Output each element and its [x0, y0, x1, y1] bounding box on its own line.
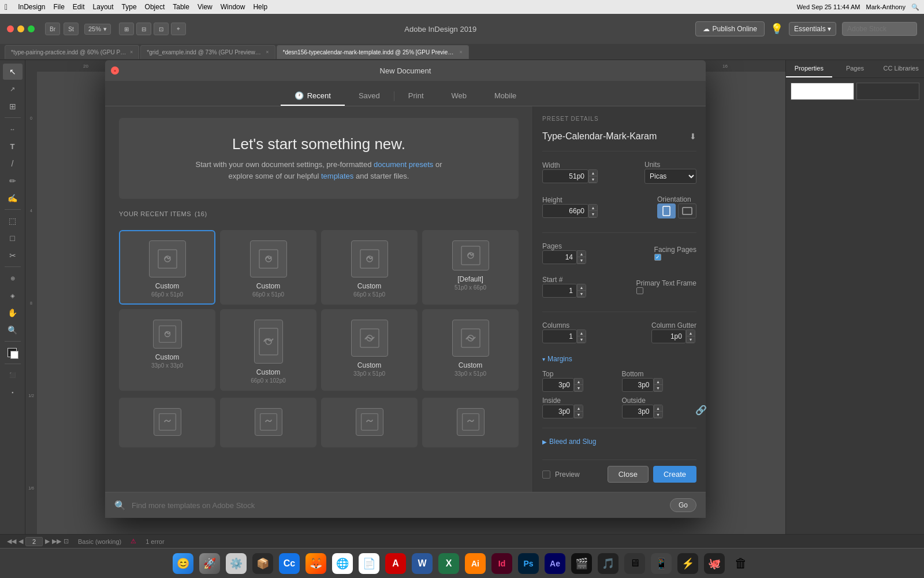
preset-item-8[interactable]: Custom 33p0 x 51p0: [422, 309, 519, 391]
pages-decrement[interactable]: ▼: [578, 257, 586, 264]
height-increment[interactable]: ▲: [589, 205, 597, 211]
width-decrement[interactable]: ▼: [589, 176, 597, 183]
rectangle-frame-tool[interactable]: ⬚: [3, 213, 23, 229]
preset-item-4[interactable]: [Default] 51p0 x 66p0: [422, 230, 519, 305]
dialog-close-button[interactable]: ×: [111, 66, 119, 75]
cc-libraries-tab[interactable]: CC Libraries: [878, 60, 924, 77]
color-swatch-white[interactable]: [791, 83, 854, 100]
rectangle-tool[interactable]: □: [3, 230, 23, 246]
columns-input[interactable]: [542, 329, 577, 343]
dock-launchpad[interactable]: 🚀: [198, 552, 221, 575]
dock-word[interactable]: W: [411, 552, 434, 575]
normal-mode[interactable]: ⬛: [3, 367, 23, 383]
dock-acrobat[interactable]: A: [384, 552, 407, 575]
menu-view[interactable]: View: [198, 3, 213, 11]
type-tool[interactable]: T: [3, 138, 23, 154]
view-mode-icon[interactable]: ⊞: [119, 23, 134, 35]
start-decrement[interactable]: ▼: [578, 291, 586, 297]
preset-item-9[interactable]: [119, 398, 215, 447]
menu-file[interactable]: File: [54, 3, 65, 11]
tab-close-2[interactable]: ×: [266, 49, 269, 55]
prev-page-button[interactable]: ◀: [18, 538, 23, 545]
dock-excel[interactable]: X: [437, 552, 460, 575]
tab-close-1[interactable]: ×: [130, 49, 133, 55]
direct-select-tool[interactable]: ↗: [3, 81, 23, 97]
margin-outside-increment[interactable]: ▲: [654, 405, 662, 412]
tab-close-3[interactable]: ×: [460, 49, 463, 55]
preset-item-10[interactable]: [220, 398, 316, 447]
columns-increment[interactable]: ▲: [578, 330, 586, 336]
page-count-toggle[interactable]: ⊡: [64, 538, 69, 545]
stock-icon[interactable]: St: [64, 23, 79, 35]
fullscreen-button[interactable]: [28, 25, 35, 32]
page-tool[interactable]: ⊞: [3, 98, 23, 114]
fill-stroke[interactable]: [3, 344, 23, 361]
essentials-button[interactable]: Essentials ▾: [789, 22, 836, 36]
templates-link[interactable]: templates: [321, 172, 353, 180]
margin-top-increment[interactable]: ▲: [575, 379, 583, 385]
height-input[interactable]: [542, 204, 588, 218]
dock-trash[interactable]: 🗑: [729, 552, 752, 575]
menu-layout[interactable]: Layout: [93, 3, 114, 11]
preset-item-11[interactable]: [321, 398, 418, 447]
dock-chrome[interactable]: 🌐: [331, 552, 354, 575]
menu-help[interactable]: Help: [253, 3, 267, 11]
margin-inside-increment[interactable]: ▲: [575, 405, 583, 412]
facing-pages-checkbox[interactable]: ✓: [654, 254, 661, 261]
dock-ae[interactable]: Ae: [543, 552, 567, 575]
preset-item-3[interactable]: Custom 66p0 x 51p0: [321, 230, 418, 305]
preset-item-12[interactable]: [422, 398, 519, 447]
dock-browser[interactable]: 🦊: [304, 552, 327, 575]
prev-spread-button[interactable]: ◀◀: [7, 538, 16, 545]
dock-app-21[interactable]: 🐙: [703, 552, 726, 575]
tab-1[interactable]: *type-pairing-practice.indd @ 60% (GPU P…: [5, 45, 139, 59]
tab-2[interactable]: *grid_example.indd @ 73% (GPU Preview) […: [140, 45, 275, 59]
width-increment[interactable]: ▲: [589, 170, 597, 176]
dock-app-17[interactable]: 🎵: [597, 552, 620, 575]
minimize-button[interactable]: [17, 25, 24, 32]
download-icon[interactable]: ⬇: [690, 132, 696, 141]
dock-system-prefs[interactable]: ⚙️: [225, 552, 248, 575]
content-collector-tool[interactable]: ↔: [3, 121, 23, 137]
dialog-tab-recent[interactable]: 🕐 Recent: [281, 87, 345, 106]
next-page-button[interactable]: ▶: [45, 538, 50, 545]
dock-app-20[interactable]: ⚡: [676, 552, 699, 575]
free-transform-tool[interactable]: ⊕: [3, 270, 23, 286]
preset-item-1[interactable]: Custom 66p0 x 51p0: [119, 230, 215, 305]
close-dialog-button[interactable]: Close: [608, 466, 649, 483]
pages-input[interactable]: [542, 250, 577, 264]
apple-menu[interactable]: : [5, 2, 8, 12]
gradient-tool[interactable]: ◈: [3, 287, 23, 303]
next-spread-button[interactable]: ▶▶: [52, 538, 61, 545]
dialog-tab-print[interactable]: Print: [394, 87, 438, 106]
scissors-tool[interactable]: ✂: [3, 247, 23, 264]
color-swatch-dark[interactable]: [856, 83, 920, 100]
publish-online-button[interactable]: ☁ Publish Online: [695, 21, 765, 36]
margin-outside-decrement[interactable]: ▼: [654, 412, 662, 418]
margin-top-decrement[interactable]: ▼: [575, 385, 583, 391]
menu-window[interactable]: Window: [221, 3, 245, 11]
preset-item-2[interactable]: Custom 66p0 x 51p0: [220, 230, 316, 305]
start-input[interactable]: [542, 284, 577, 298]
zoom-tool[interactable]: 🔍: [3, 322, 23, 338]
pen-tool[interactable]: ✏: [3, 173, 23, 189]
portrait-orientation-button[interactable]: [657, 203, 676, 218]
preset-item-7[interactable]: Custom 33p0 x 51p0: [321, 309, 418, 391]
dock-app-19[interactable]: 📱: [650, 552, 673, 575]
dock-files[interactable]: 📄: [357, 552, 381, 575]
lightbulb-icon[interactable]: 💡: [770, 23, 783, 35]
bleed-slug-collapse[interactable]: ▶ Bleed and Slug: [542, 438, 696, 446]
width-input[interactable]: [542, 169, 588, 183]
dock-creative-cloud[interactable]: Cc: [278, 552, 301, 575]
close-button[interactable]: [7, 25, 14, 32]
preset-item-6[interactable]: Custom 66p0 x 102p0: [220, 309, 316, 391]
menu-object[interactable]: Object: [145, 3, 165, 11]
menu-table[interactable]: Table: [173, 3, 189, 11]
dock-illustrator[interactable]: Ai: [464, 552, 487, 575]
create-button[interactable]: Create: [653, 466, 696, 483]
dock-app-16[interactable]: 🎬: [570, 552, 593, 575]
units-select[interactable]: Picas Inches Millimeters Points: [644, 169, 696, 184]
gutter-decrement[interactable]: ▼: [687, 336, 695, 343]
margins-collapse[interactable]: ▾ Margins: [542, 355, 696, 363]
margin-bottom-increment[interactable]: ▲: [654, 379, 662, 385]
